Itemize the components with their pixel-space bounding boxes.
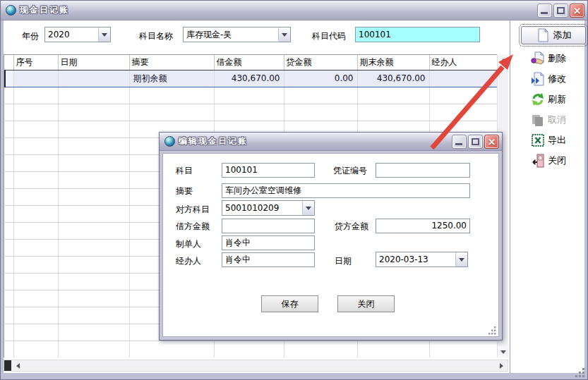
counter-account-label: 对方科目 bbox=[176, 204, 210, 216]
exit-door-icon bbox=[531, 154, 545, 168]
scrollbar-thumb[interactable] bbox=[4, 360, 11, 371]
date-combobox[interactable]: 2020-03-13 bbox=[376, 252, 468, 267]
save-button[interactable]: 保存 bbox=[261, 295, 318, 312]
voucher-number-label: 凭证编号 bbox=[333, 165, 367, 177]
minimize-icon bbox=[541, 12, 548, 14]
modify-button[interactable]: 修改 bbox=[531, 71, 566, 87]
delete-button-label: 删除 bbox=[548, 52, 566, 65]
maximize-icon bbox=[557, 7, 565, 14]
subject-field[interactable]: 100101 bbox=[222, 163, 315, 178]
horizontal-scrollbar[interactable] bbox=[4, 360, 508, 372]
chevron-down-icon[interactable] bbox=[302, 201, 314, 215]
chevron-down-icon[interactable] bbox=[455, 252, 467, 266]
dialog-titlebar: 编辑现金日记账 × bbox=[160, 133, 502, 151]
add-button-label: 添加 bbox=[553, 29, 572, 42]
add-icon bbox=[536, 28, 550, 42]
close-button[interactable]: × bbox=[570, 4, 584, 18]
export-button-label: 导出 bbox=[548, 134, 566, 147]
col-header: 期末余额 bbox=[357, 55, 429, 70]
col-header: 贷金额 bbox=[284, 55, 357, 70]
table-header-row: 序号 日期 摘要 借金额 贷金额 期末余额 经办人 bbox=[5, 55, 497, 70]
dialog-close-action-button[interactable]: 关闭 bbox=[337, 295, 395, 312]
refresh-button-label: 刷新 bbox=[548, 93, 566, 106]
year-label: 年份 bbox=[22, 30, 39, 42]
credit-amount-field[interactable]: 1250.00 bbox=[376, 219, 470, 233]
year-value: 2020 bbox=[45, 27, 98, 42]
col-header: 借金额 bbox=[214, 55, 284, 70]
year-combobox[interactable]: 2020 bbox=[44, 27, 111, 42]
minimize-button[interactable] bbox=[537, 4, 552, 18]
scroll-right-button[interactable] bbox=[496, 360, 507, 371]
cancel-icon bbox=[531, 113, 545, 127]
export-button[interactable]: 导出 bbox=[531, 132, 566, 149]
main-titlebar: 现金日记账 × bbox=[1, 1, 587, 20]
dialog-resize-grip[interactable] bbox=[488, 326, 497, 335]
dialog-minimize-button[interactable] bbox=[452, 135, 467, 149]
cancel-button: 取消 bbox=[531, 111, 566, 128]
close-icon: × bbox=[485, 135, 498, 148]
maximize-icon bbox=[472, 138, 479, 145]
export-excel-icon bbox=[531, 133, 545, 147]
dialog-close-button[interactable]: × bbox=[484, 135, 499, 149]
subject-label: 科目 bbox=[176, 165, 193, 177]
account-code-label: 科目代码 bbox=[312, 30, 346, 42]
delete-button[interactable]: 删除 bbox=[531, 50, 566, 67]
col-header: 摘要 bbox=[129, 55, 214, 70]
refresh-icon bbox=[531, 92, 545, 106]
account-name-value: 库存现金-吴 bbox=[184, 27, 278, 42]
toolbar-panel: 添加 删除 修改 bbox=[511, 20, 584, 373]
summary-field[interactable]: 车间办公室空调维修 bbox=[222, 183, 470, 198]
modify-button-label: 修改 bbox=[548, 73, 566, 85]
counter-account-combobox[interactable]: 5001010209 bbox=[222, 200, 315, 216]
scroll-down-button[interactable] bbox=[498, 346, 509, 357]
date-label: 日期 bbox=[335, 255, 352, 267]
edit-dialog: 编辑现金日记账 × 科目 100101 凭证编号 摘要 车间办公室空调维修 对方… bbox=[159, 132, 503, 341]
filter-bar: 年份 2020 科目名称 库存现金-吴 科目代码 100101 bbox=[4, 20, 510, 54]
handler-label: 经办人 bbox=[176, 255, 201, 267]
table-row-empty bbox=[5, 341, 497, 357]
table-row-empty bbox=[5, 87, 497, 104]
maximize-button[interactable] bbox=[553, 4, 568, 18]
account-name-combobox[interactable]: 库存现金-吴 bbox=[183, 27, 291, 42]
add-button[interactable]: 添加 bbox=[521, 26, 586, 44]
debit-amount-label: 借方金额 bbox=[176, 221, 210, 233]
dialog-body: 科目 100101 凭证编号 摘要 车间办公室空调维修 对方科目 5001010… bbox=[162, 153, 499, 337]
col-header: 序号 bbox=[13, 55, 58, 70]
delete-icon bbox=[531, 51, 545, 66]
exit-button-label: 关闭 bbox=[548, 154, 566, 167]
close-icon: × bbox=[570, 4, 584, 17]
preparer-label: 制单人 bbox=[176, 238, 201, 250]
scroll-up-button[interactable] bbox=[498, 54, 509, 66]
scroll-left-button[interactable] bbox=[12, 360, 23, 371]
handler-field[interactable]: 肖令中 bbox=[222, 252, 315, 267]
col-header: 经办人 bbox=[429, 55, 497, 70]
account-code-field[interactable]: 100101 bbox=[355, 27, 480, 42]
preparer-field[interactable]: 肖令中 bbox=[222, 235, 315, 250]
account-name-label: 科目名称 bbox=[139, 30, 173, 42]
minimize-icon bbox=[455, 143, 462, 145]
main-window-title: 现金日记账 bbox=[20, 4, 69, 16]
app-globe-icon bbox=[6, 5, 16, 16]
counter-account-value: 5001010209 bbox=[222, 201, 302, 215]
dialog-maximize-button[interactable] bbox=[468, 135, 483, 149]
chevron-down-icon[interactable] bbox=[278, 27, 290, 42]
window-resize-grip[interactable] bbox=[575, 368, 585, 378]
summary-label: 摘要 bbox=[176, 185, 193, 197]
voucher-number-field[interactable] bbox=[376, 163, 470, 178]
table-row-selected[interactable]: 期初余额 430,670.00 0.00 430,670.00 bbox=[5, 70, 497, 87]
credit-amount-label: 贷方金额 bbox=[335, 221, 368, 233]
modify-icon bbox=[531, 72, 545, 86]
refresh-button[interactable]: 刷新 bbox=[531, 91, 566, 108]
dialog-globe-icon bbox=[164, 136, 175, 147]
chevron-down-icon[interactable] bbox=[98, 27, 110, 42]
exit-button[interactable]: 关闭 bbox=[531, 152, 566, 169]
debit-amount-field[interactable] bbox=[222, 219, 315, 233]
table-row-empty bbox=[5, 104, 497, 121]
cancel-button-label: 取消 bbox=[548, 114, 566, 126]
date-value: 2020-03-13 bbox=[376, 252, 455, 266]
dialog-title: 编辑现金日记账 bbox=[179, 135, 248, 147]
col-header: 日期 bbox=[58, 55, 129, 70]
